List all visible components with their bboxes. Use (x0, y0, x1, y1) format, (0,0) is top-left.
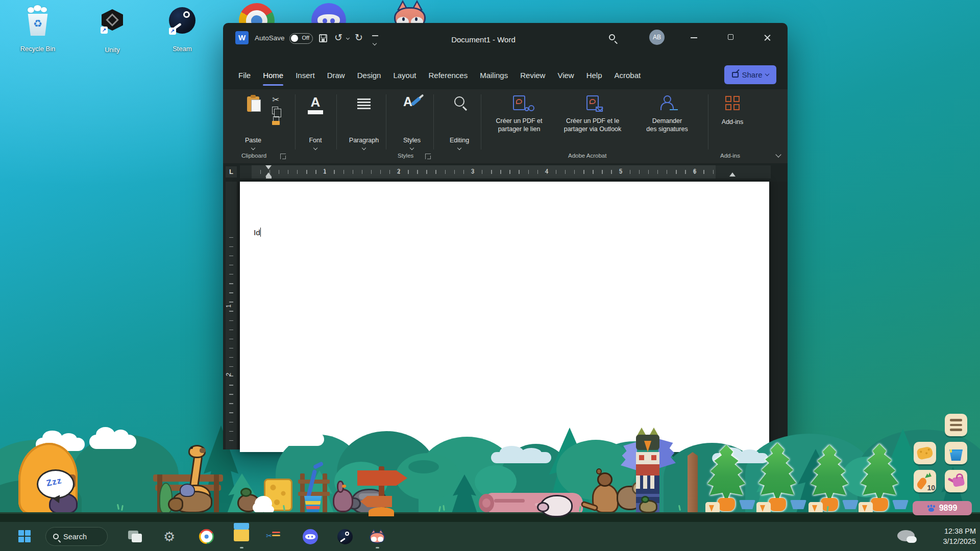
cloud (491, 452, 551, 463)
taskbar-search[interactable]: Search (45, 527, 108, 546)
tab-review[interactable]: Review (514, 69, 551, 82)
tray-date: 3/12/2025 (943, 536, 976, 546)
h-ruler[interactable]: 123456 (240, 165, 771, 179)
font-button[interactable]: A Font (300, 92, 331, 149)
tab-mailings[interactable]: Mailings (474, 69, 514, 82)
text-cursor (260, 228, 261, 237)
signature-person-icon (659, 95, 675, 111)
format-painter-button[interactable] (272, 116, 280, 126)
document-area: Id (237, 182, 788, 449)
game-currency-banner: 9899 (913, 501, 972, 515)
turkey (332, 481, 353, 513)
tab-design[interactable]: Design (351, 69, 387, 82)
styles-button[interactable]: A Styles (391, 92, 433, 149)
start-button[interactable] (18, 530, 31, 542)
game-menu-button[interactable] (945, 414, 967, 436)
hanging-indent-marker[interactable] (265, 172, 272, 177)
minimize-button[interactable] (683, 29, 705, 46)
copy-button[interactable] (272, 107, 278, 114)
create-pdf-share-link-button[interactable]: Créer un PDF et partager le lien (486, 92, 552, 149)
paragraph-icon (357, 98, 371, 111)
duck-with-sponge (237, 479, 298, 514)
collapse-ribbon-icon[interactable] (775, 152, 781, 157)
taskbar-settings[interactable]: ⚙ (163, 529, 179, 544)
paw-icon (927, 505, 935, 512)
group-label-acrobat: Adobe Acrobat (568, 153, 606, 159)
ribbon-tab-row: FileHomeInsertDrawDesignLayoutReferences… (223, 61, 788, 89)
recycle-bin-icon: ♻ (27, 10, 49, 36)
ruler-number: 4 (545, 168, 549, 175)
desktop-icon-recycle-bin[interactable]: ♻ Recycle Bin (26, 6, 50, 53)
add-ins-icon (725, 96, 740, 110)
create-pdf-outlook-button[interactable]: Créer un PDF et le partager via Outlook (554, 92, 631, 149)
shortcut-arrow-icon: ↗ (101, 27, 108, 34)
group-label-clipboard: Clipboard (241, 153, 266, 159)
paste-button[interactable]: Paste (238, 92, 268, 149)
font-icon: A (311, 95, 321, 109)
desktop-icon-unity[interactable]: ↗ Unity (100, 7, 125, 54)
ruler-number: 2 (225, 373, 232, 377)
share-icon (732, 72, 739, 78)
tab-insert[interactable]: Insert (289, 69, 321, 82)
tab-home[interactable]: Home (257, 69, 289, 82)
cloud (273, 433, 324, 446)
ribbon: Paste ✂ A Font Paragraph A Styles (223, 89, 788, 163)
game-bucket-button[interactable] (945, 442, 967, 464)
unity-label: Unity (79, 46, 145, 54)
game-sponge-button[interactable] (914, 442, 936, 464)
taskbar-discord[interactable] (303, 529, 318, 544)
scene-ground (0, 512, 980, 522)
clock[interactable]: 12:38 PM 3/12/2025 (943, 526, 976, 546)
search-icon[interactable] (609, 34, 615, 40)
sleep-bubble: Zzz (37, 469, 75, 499)
tab-help[interactable]: Help (580, 69, 608, 82)
taskbar-fox-app[interactable] (370, 530, 385, 545)
pdf-link-icon (513, 95, 525, 110)
desktop-icon-steam[interactable]: ↗ Steam (169, 6, 195, 53)
request-signatures-button[interactable]: Demander des signatures (633, 92, 701, 149)
search-label: Search (63, 533, 87, 541)
taskbar-file-explorer[interactable] (234, 529, 249, 544)
document-page[interactable]: Id (240, 182, 769, 452)
currency-value: 9899 (939, 504, 958, 513)
right-indent-marker[interactable] (729, 172, 736, 177)
cloud (89, 435, 136, 449)
search-icon (53, 534, 59, 539)
document-text: Id (254, 228, 261, 237)
tab-layout[interactable]: Layout (387, 69, 422, 82)
v-ruler[interactable]: 12 (226, 182, 237, 449)
tab-view[interactable]: View (551, 69, 580, 82)
taskbar-steam[interactable] (337, 529, 353, 544)
editing-button[interactable]: Editing (439, 92, 479, 149)
ruler-number: 2 (397, 168, 401, 175)
taskbar-snipping-tool[interactable] (268, 529, 284, 544)
maximize-button[interactable] (720, 29, 742, 46)
taskbar-chrome[interactable] (199, 529, 214, 544)
account-avatar[interactable]: AB (649, 30, 665, 45)
chevron-down-icon (765, 72, 769, 76)
tab-selector[interactable]: L (226, 166, 237, 178)
signpost (356, 466, 412, 515)
recycle-bin-label: Recycle Bin (5, 45, 71, 53)
paragraph-button[interactable]: Paragraph (342, 92, 385, 149)
tab-acrobat[interactable]: Acrobat (608, 69, 647, 82)
weather-icon[interactable] (897, 530, 915, 541)
group-label-addins: Add-ins (720, 153, 740, 159)
tab-draw[interactable]: Draw (321, 69, 351, 82)
taskbar-task-view[interactable] (128, 529, 143, 544)
ruler-number: 3 (471, 168, 475, 175)
game-watering-can-button[interactable] (945, 470, 967, 492)
tab-file[interactable]: File (232, 69, 257, 82)
share-button[interactable]: Share (724, 65, 776, 84)
close-button[interactable] (756, 29, 778, 46)
styles-dialog-launcher[interactable] (425, 154, 431, 159)
first-line-indent-marker[interactable] (265, 165, 272, 169)
ruler-number: 1 (225, 305, 232, 308)
group-label-styles: Styles (398, 153, 413, 159)
clipboard-dialog-launcher[interactable] (280, 154, 286, 159)
tab-references[interactable]: References (422, 69, 474, 82)
game-carrot-button[interactable]: 10 (914, 470, 936, 492)
carrot-icon: 10 (916, 472, 934, 490)
add-ins-button[interactable]: Add-ins (712, 92, 753, 149)
cut-button[interactable]: ✂ (272, 94, 292, 105)
